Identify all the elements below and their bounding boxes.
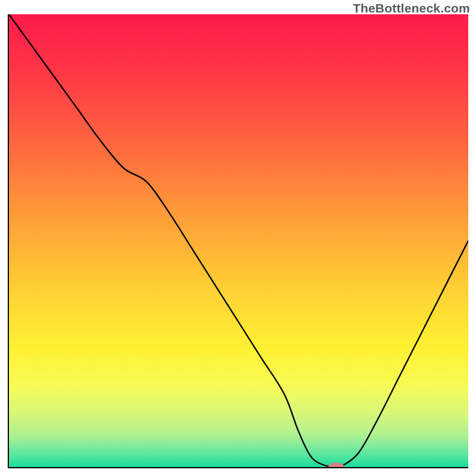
- bottleneck-chart: TheBottleneck.com: [0, 0, 476, 476]
- chart-svg: [9, 14, 468, 467]
- optimal-point-marker: [328, 463, 344, 468]
- gradient-background: [9, 14, 468, 467]
- plot-area: [8, 14, 468, 468]
- watermark-text: TheBottleneck.com: [353, 1, 470, 15]
